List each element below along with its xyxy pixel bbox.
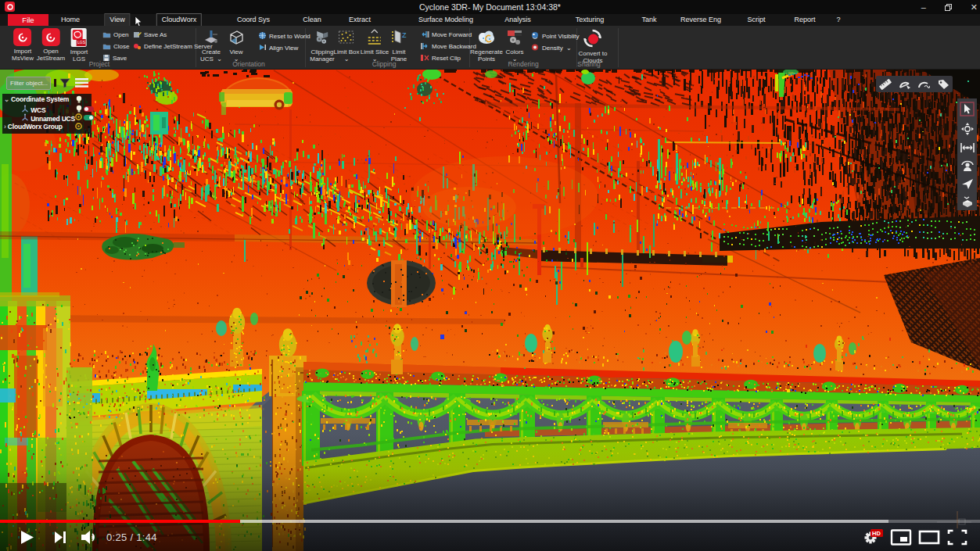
svg-text:Z: Z: [402, 31, 407, 39]
svg-text:HD: HD: [872, 530, 881, 537]
